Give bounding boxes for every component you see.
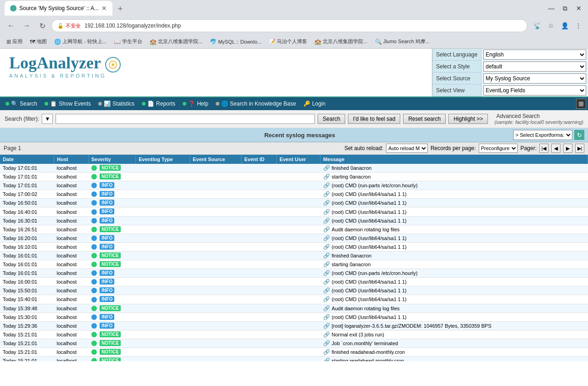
message-link-icon[interactable]: 🔗 [323, 270, 330, 276]
message-link-icon[interactable]: 🔗 [323, 173, 330, 180]
close-btn[interactable]: ✕ [574, 4, 583, 13]
message-link-icon[interactable]: 🔗 [323, 226, 330, 233]
cell-message[interactable]: 🔗finished 0anacron [320, 164, 588, 173]
cell-message[interactable]: 🔗(root) CMD (/usr/lib64/sa/sa1 1 1) [320, 278, 588, 286]
forward-btn[interactable]: → [20, 19, 33, 32]
active-tab[interactable]: Source 'My Syslog Source' :: A... ✕ [5, 1, 112, 16]
table-row[interactable]: Today 15:29:36 localhost INFO 🔗[root] lo… [0, 321, 588, 330]
cell-message[interactable]: 🔗starting 0anacron [320, 260, 588, 269]
col-message[interactable]: Message [320, 155, 588, 164]
url-bar[interactable]: 🔓 不安全 192.168.100.128/loganalyzer/index.… [51, 19, 527, 32]
cell-message[interactable]: 🔗(root) CMD (/usr/lib64/sa/sa1 1 1) [320, 199, 588, 207]
language-select[interactable]: English [483, 50, 586, 60]
tab-close-btn[interactable]: ✕ [101, 5, 107, 12]
source-select[interactable]: My Syslog Source [483, 73, 586, 84]
table-row[interactable]: Today 15:40:01 localhost INFO 🔗(root) CM… [0, 295, 588, 304]
table-row[interactable]: Today 16:26:51 localhost NOTICE 🔗Audit d… [0, 225, 588, 234]
table-row[interactable]: Today 17:01:01 localhost NOTICE 🔗startin… [0, 173, 588, 181]
view-select[interactable]: EventLog Fields [483, 85, 586, 95]
message-link-icon[interactable]: 🔗 [323, 165, 330, 171]
restore-btn[interactable]: ⧉ [560, 4, 570, 13]
table-row[interactable]: Today 16:50:01 localhost INFO 🔗(root) CM… [0, 199, 588, 207]
table-row[interactable]: Today 15:30:01 localhost INFO 🔗(root) CM… [0, 313, 588, 321]
message-link-icon[interactable]: 🔗 [323, 358, 330, 361]
bookmark-map[interactable]: 🗺地图 [28, 37, 49, 46]
cell-message[interactable]: 🔗Normal exit (3 jobs run) [320, 330, 588, 339]
table-row[interactable]: Today 15:21:01 localhost NOTICE 🔗Job `cr… [0, 339, 588, 347]
table-row[interactable]: Today 16:00:01 localhost INFO 🔗(root) CM… [0, 278, 588, 286]
col-event-id[interactable]: Event ID [241, 155, 277, 164]
message-link-icon[interactable]: 🔗 [323, 252, 330, 259]
table-row[interactable]: Today 15:21:01 localhost NOTICE 🔗Normal … [0, 330, 588, 339]
message-link-icon[interactable]: 🔗 [323, 340, 330, 347]
nav-reports[interactable]: 📄 Reports [138, 99, 179, 108]
cell-message[interactable]: 🔗(root) CMD (/usr/lib64/sa/sa1 1 1) [320, 295, 588, 304]
message-link-icon[interactable]: 🔗 [323, 331, 330, 338]
table-row[interactable]: Today 15:21:01 localhost NOTICE 🔗startin… [0, 357, 588, 361]
minimize-btn[interactable]: — [547, 4, 556, 13]
cell-message[interactable]: 🔗(root) CMD (/usr/lib64/sa/sa1 1 1) [320, 242, 588, 251]
cell-message[interactable]: 🔗[root] loganalyzer-3.6.5.tar.gz/ZMODEM:… [320, 321, 588, 330]
message-link-icon[interactable]: 🔗 [323, 244, 330, 250]
preconfigure-select[interactable]: Preconfigure [479, 144, 518, 153]
cell-message[interactable]: 🔗(root) CMD (run-parts /etc/cron.hourly) [320, 269, 588, 278]
cell-message[interactable]: 🔗(root) CMD (/usr/lib64/sa/sa1 1 1) [320, 216, 588, 225]
message-link-icon[interactable]: 🔗 [323, 314, 330, 320]
nav-knowledge[interactable]: 🌐 Search in Knowledge Base [212, 99, 300, 108]
nav-show-events[interactable]: 📋 Show Events [41, 99, 95, 108]
col-date[interactable]: Date [0, 155, 54, 164]
table-row[interactable]: Today 15:39:48 localhost NOTICE 🔗Audit d… [0, 304, 588, 313]
table-row[interactable]: Today 16:01:01 localhost NOTICE 🔗finishe… [0, 251, 588, 260]
table-row[interactable]: Today 16:01:01 localhost NOTICE 🔗startin… [0, 260, 588, 269]
cell-message[interactable]: 🔗Audit daemon rotating log files [320, 304, 588, 313]
search-btn[interactable]: Search [318, 114, 345, 124]
cast-icon[interactable]: 📡 [532, 21, 542, 31]
message-link-icon[interactable]: 🔗 [323, 191, 330, 197]
table-row[interactable]: Today 16:01:01 localhost INFO 🔗(root) CM… [0, 269, 588, 278]
table-row[interactable]: Today 17:01:01 localhost INFO 🔗(root) CM… [0, 181, 588, 190]
export-select[interactable]: > Select Exportforma: [513, 130, 572, 140]
table-row[interactable]: Today 16:40:01 localhost INFO 🔗(root) CM… [0, 207, 588, 216]
highlight-btn[interactable]: Highlight >> [448, 114, 488, 124]
message-link-icon[interactable]: 🔗 [323, 323, 330, 329]
bookmark-apps[interactable]: ⊞应用 [5, 37, 24, 46]
col-event-user[interactable]: Event User [277, 155, 320, 164]
message-link-icon[interactable]: 🔗 [323, 349, 330, 355]
table-row[interactable]: Today 16:10:01 localhost INFO 🔗(root) CM… [0, 242, 588, 251]
menu-icon[interactable]: ⋮ [573, 21, 583, 31]
table-row[interactable]: Today 17:01:01 localhost NOTICE 🔗finishe… [0, 164, 588, 173]
table-row[interactable]: Today 15:21:01 localhost NOTICE 🔗finishe… [0, 347, 588, 356]
message-link-icon[interactable]: 🔗 [323, 218, 330, 224]
bookmark-nav[interactable]: 🌐上网导航 - 轻快上... [52, 37, 108, 46]
message-link-icon[interactable]: 🔗 [323, 209, 330, 215]
back-btn[interactable]: ← [5, 19, 17, 32]
first-page-btn[interactable]: |◀ [539, 144, 549, 153]
table-row[interactable]: Today 15:50:01 localhost INFO 🔗(root) CM… [0, 286, 588, 295]
auto-reload-select[interactable]: Auto reload M [386, 144, 428, 153]
next-page-btn[interactable]: ▶ [563, 144, 572, 153]
cell-message[interactable]: 🔗Job `cron.monthly' terminated [320, 339, 588, 347]
search-input[interactable] [56, 114, 315, 124]
table-row[interactable]: Today 16:30:01 localhost INFO 🔗(root) CM… [0, 216, 588, 225]
cell-message[interactable]: 🔗starting 0anacron [320, 173, 588, 181]
cell-message[interactable]: 🔗starting readahead-monthly.cron [320, 357, 588, 361]
message-link-icon[interactable]: 🔗 [323, 279, 330, 285]
nav-statistics[interactable]: 📊 Statistics [95, 99, 138, 108]
refresh-btn[interactable]: ↻ [574, 130, 584, 140]
cell-message[interactable]: 🔗(root) CMD (/usr/lib64/sa/sa1 1 1) [320, 234, 588, 242]
nav-login[interactable]: 🔑 Login [300, 99, 329, 108]
cell-message[interactable]: 🔗Audit daemon rotating log files [320, 225, 588, 234]
table-row[interactable]: Today 16:20:01 localhost INFO 🔗(root) CM… [0, 234, 588, 242]
reload-btn[interactable]: ↻ [36, 19, 49, 32]
message-link-icon[interactable]: 🔗 [323, 296, 330, 302]
new-tab-btn[interactable]: ＋ [116, 3, 124, 14]
message-link-icon[interactable]: 🔗 [323, 261, 330, 268]
cell-message[interactable]: 🔗(root) CMD (/usr/lib64/sa/sa1 1 1) [320, 313, 588, 321]
last-page-btn[interactable]: ▶| [575, 144, 584, 153]
cell-message[interactable]: 🔗(root) CMD (/usr/lib64/sa/sa1 1 1) [320, 190, 588, 199]
cell-message[interactable]: 🔗finished 0anacron [320, 251, 588, 260]
cell-message[interactable]: 🔗finished readahead-monthly.cron [320, 347, 588, 356]
col-host[interactable]: Host [54, 155, 89, 164]
search-dropdown-btn[interactable]: ▼ [42, 114, 53, 124]
cell-message[interactable]: 🔗(root) CMD (/usr/lib64/sa/sa1 1 1) [320, 286, 588, 295]
